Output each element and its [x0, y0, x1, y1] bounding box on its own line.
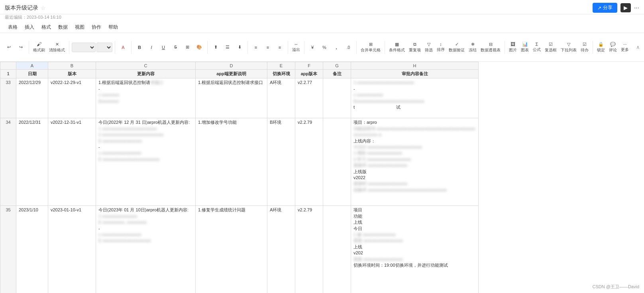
- checkbox-button[interactable]: 复选框: [543, 42, 558, 53]
- comment-button[interactable]: 评论: [607, 42, 618, 53]
- col-header-h[interactable]: H: [351, 62, 479, 70]
- font-color-button[interactable]: [118, 42, 129, 53]
- play-button[interactable]: ▶: [620, 3, 631, 12]
- cell-34-f[interactable]: v2.2.79: [295, 118, 323, 206]
- menu-view[interactable]: 视图: [72, 23, 88, 31]
- header-app-version: app版本: [295, 70, 323, 78]
- cell-35-d[interactable]: 1.修复学生成绩统计问题: [196, 206, 267, 293]
- duplicate-button[interactable]: ⧉ 重复项: [407, 42, 422, 53]
- cell-33-b[interactable]: v2022-12-29-v1: [48, 78, 96, 118]
- cell-33-g[interactable]: [323, 78, 351, 118]
- format-brush-button[interactable]: 格式刷: [31, 42, 47, 53]
- cell-33-f[interactable]: v2.2.77: [295, 78, 323, 118]
- cell-35-f[interactable]: v2.2.79: [295, 206, 323, 293]
- cell-35-a[interactable]: 2023/1/10: [16, 206, 48, 293]
- chart-button[interactable]: 图表: [519, 42, 530, 53]
- col-header-b[interactable]: B: [48, 62, 96, 70]
- cell-34-h[interactable]: 项目：arpro 功能说明书 xxxxxxxxxxxxxxxxxxxxxxxxx…: [351, 118, 479, 206]
- filter-button[interactable]: 筛选: [423, 42, 434, 53]
- col-header-e[interactable]: E: [267, 62, 295, 70]
- col-header-d[interactable]: D: [196, 62, 267, 70]
- share-icon: ↗: [597, 5, 601, 11]
- comment-icon: [610, 42, 616, 47]
- align-right-button[interactable]: [274, 42, 285, 53]
- data-table: A B C D E F G H 1 日期 版本 更新内容 app端更新说明 切换…: [0, 62, 479, 293]
- checklist-icon: [583, 42, 587, 47]
- strikethrough-button[interactable]: [170, 42, 181, 53]
- comma-button[interactable]: [331, 42, 342, 53]
- share-button[interactable]: ↗ 分享: [593, 3, 617, 13]
- cell-33-e[interactable]: A环境: [267, 78, 295, 118]
- more-button[interactable]: ···: [634, 4, 639, 12]
- header-content: 更新内容: [96, 70, 196, 78]
- menu-data[interactable]: 数据: [55, 23, 71, 31]
- underline-button[interactable]: [158, 42, 169, 53]
- border-button[interactable]: ⊞: [182, 42, 193, 53]
- sort-button[interactable]: 排序: [435, 42, 446, 53]
- align-top-button[interactable]: [210, 42, 221, 53]
- toolbar-collapse-button[interactable]: ∧: [635, 43, 641, 51]
- font-family-select[interactable]: [72, 43, 96, 52]
- align-left-button[interactable]: [250, 42, 261, 53]
- cell-33-d[interactable]: 1.根据后端返回状态控制请求接口: [196, 78, 267, 118]
- freeze-button[interactable]: 冻结: [467, 42, 478, 53]
- cell-33-c[interactable]: 1.根据后端返回状态控制请求接口 - v xxxxxxxx Exxxxxxxx: [96, 78, 196, 118]
- merge-cell-button[interactable]: 合并单元格: [359, 42, 382, 53]
- decimal-button[interactable]: [343, 42, 354, 53]
- menu-insert[interactable]: 插入: [22, 23, 37, 31]
- watermark: CSDN @王卫——David: [592, 284, 639, 290]
- menu-table[interactable]: 表格: [5, 23, 21, 31]
- cell-35-h[interactable]: 项目 功能 上线 今日 1 修 xxxxxxxxxxxxxxx 更新 xxxxx…: [351, 206, 479, 293]
- cell-34-c[interactable]: 今日(2022年 12 月 31 日)arpro机器人更新内容: 1 xxxxx…: [96, 118, 196, 206]
- table-row: 35 2023/1/10 v2023-01-10-v1 今日(2023年 01 …: [0, 206, 479, 293]
- more-toolbar-icon: [623, 42, 626, 47]
- clear-format-button[interactable]: 清除格式: [47, 42, 67, 53]
- align-center-button[interactable]: [262, 42, 273, 53]
- cell-33-a[interactable]: 2022/12/29: [16, 78, 48, 118]
- merge-cell-icon: [369, 42, 373, 47]
- col-header-g[interactable]: G: [323, 62, 351, 70]
- redo-button[interactable]: [15, 42, 26, 53]
- pivot-table-button[interactable]: 数据透视表: [479, 42, 502, 53]
- percent-button[interactable]: [319, 42, 330, 53]
- overflow-button[interactable]: 溢出: [291, 42, 302, 53]
- align-bottom-button[interactable]: [234, 42, 245, 53]
- align-middle-button[interactable]: [222, 42, 233, 53]
- data-verify-button[interactable]: 数据验证: [447, 42, 466, 53]
- cell-34-g[interactable]: [323, 118, 351, 206]
- cell-34-a[interactable]: 2022/12/31: [16, 118, 48, 206]
- cell-34-d[interactable]: 1.增加修改学号功能: [196, 118, 267, 206]
- checklist-button[interactable]: 待办: [579, 42, 590, 53]
- image-button[interactable]: 图片: [507, 42, 518, 53]
- menu-bar: 表格 插入 格式 数据 视图 协作 帮助: [0, 22, 644, 33]
- table-container[interactable]: A B C D E F G H 1 日期 版本 更新内容 app端更新说明 切换…: [0, 62, 644, 293]
- cell-34-e[interactable]: B环境: [267, 118, 295, 206]
- menu-help[interactable]: 帮助: [105, 23, 121, 31]
- fill-color-button[interactable]: 🎨: [194, 42, 205, 53]
- dropdown-list-button[interactable]: 下拉列表: [559, 42, 578, 53]
- italic-button[interactable]: [146, 42, 157, 53]
- align-bottom-icon: [238, 45, 242, 50]
- cell-33-h[interactable]: 1.xxxxxxxxxxxxxxxxxxxxxxxxxx - v xxxxxxx…: [351, 78, 479, 118]
- cell-35-g[interactable]: [323, 206, 351, 293]
- col-header-a[interactable]: A: [16, 62, 48, 70]
- bold-button[interactable]: [134, 42, 145, 53]
- formula-button[interactable]: 公式: [531, 42, 542, 53]
- favorite-icon[interactable]: ☆: [41, 5, 46, 11]
- cell-35-e[interactable]: A环境: [267, 206, 295, 293]
- conditional-format-button[interactable]: ▦ 条件格式: [387, 42, 406, 53]
- font-size-select[interactable]: [96, 43, 112, 52]
- undo-button[interactable]: [3, 42, 14, 53]
- currency-button[interactable]: [307, 42, 318, 53]
- cell-34-b[interactable]: v2022-12-31-v1: [48, 118, 96, 206]
- cell-35-c[interactable]: 今日(2023年 01 月 10日)arpro机器人更新内容: 1 xxxxxx…: [96, 206, 196, 293]
- align-left-icon: [255, 45, 257, 50]
- col-header-f[interactable]: F: [295, 62, 323, 70]
- menu-collaborate[interactable]: 协作: [88, 23, 104, 31]
- more-toolbar-button[interactable]: 更多: [619, 42, 630, 53]
- image-icon: [510, 41, 515, 47]
- cell-35-b[interactable]: v2023-01-10-v1: [48, 206, 96, 293]
- menu-format[interactable]: 格式: [38, 23, 54, 31]
- col-header-c[interactable]: C: [96, 62, 196, 70]
- lock-button[interactable]: 锁定: [595, 42, 607, 53]
